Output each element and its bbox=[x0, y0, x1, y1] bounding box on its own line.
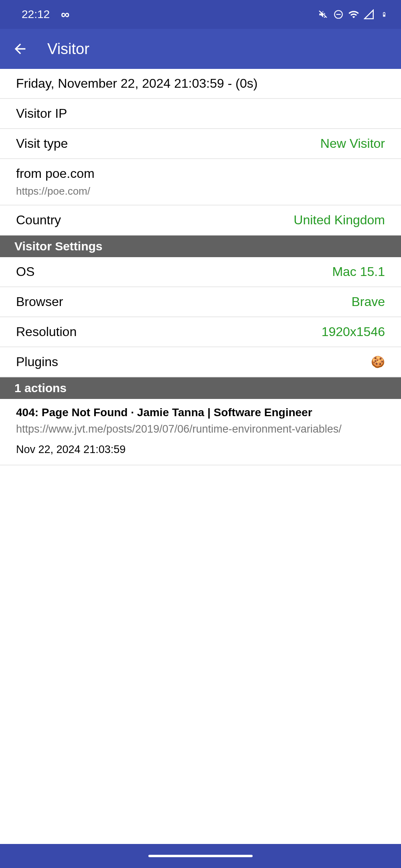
content: Friday, November 22, 2024 21:03:59 - (0s… bbox=[0, 69, 401, 844]
visitor-settings-header: Visitor Settings bbox=[0, 236, 401, 257]
cookie-icon: 🍪 bbox=[371, 355, 385, 369]
infinity-icon: ∞ bbox=[61, 8, 69, 21]
wifi-icon bbox=[348, 9, 359, 20]
visit-type-value: New Visitor bbox=[320, 136, 385, 151]
country-value: United Kingdom bbox=[294, 213, 385, 228]
browser-value: Brave bbox=[351, 294, 385, 309]
visitor-ip-row[interactable]: Visitor IP bbox=[0, 99, 401, 129]
os-value: Mac 15.1 bbox=[332, 264, 385, 279]
referrer-url: https://poe.com/ bbox=[16, 185, 95, 197]
nav-bar bbox=[0, 844, 401, 868]
signal-icon bbox=[363, 9, 375, 20]
country-label: Country bbox=[16, 213, 61, 228]
referrer-row[interactable]: from poe.com https://poe.com/ bbox=[0, 159, 401, 205]
action-title: 404: Page Not Found · Jamie Tanna | Soft… bbox=[16, 406, 385, 419]
plugins-label: Plugins bbox=[16, 354, 58, 369]
mute-icon bbox=[318, 9, 329, 20]
os-label: OS bbox=[16, 264, 34, 279]
os-row[interactable]: OS Mac 15.1 bbox=[0, 257, 401, 287]
action-time: Nov 22, 2024 21:03:59 bbox=[16, 443, 385, 456]
browser-label: Browser bbox=[16, 294, 63, 309]
visitor-ip-label: Visitor IP bbox=[16, 106, 67, 121]
status-right bbox=[318, 9, 390, 20]
plugins-row[interactable]: Plugins 🍪 bbox=[0, 347, 401, 377]
referrer-label: from poe.com bbox=[16, 166, 95, 181]
visit-timestamp-row[interactable]: Friday, November 22, 2024 21:03:59 - (0s… bbox=[0, 69, 401, 99]
svg-rect-2 bbox=[383, 15, 385, 16]
resolution-value: 1920x1546 bbox=[322, 324, 385, 339]
resolution-label: Resolution bbox=[16, 324, 77, 339]
country-row[interactable]: Country United Kingdom bbox=[0, 205, 401, 236]
dnd-icon bbox=[333, 9, 344, 20]
status-bar: 22:12 ∞ bbox=[0, 0, 401, 29]
visit-type-label: Visit type bbox=[16, 136, 68, 151]
nav-handle[interactable] bbox=[148, 855, 253, 857]
action-item[interactable]: 404: Page Not Found · Jamie Tanna | Soft… bbox=[0, 399, 401, 465]
battery-icon bbox=[379, 9, 390, 20]
app-bar: Visitor bbox=[0, 29, 401, 69]
action-url: https://www.jvt.me/posts/2019/07/06/runt… bbox=[16, 423, 385, 435]
status-time: 22:12 bbox=[22, 8, 50, 21]
page-title: Visitor bbox=[47, 40, 89, 58]
actions-header: 1 actions bbox=[0, 377, 401, 399]
visit-type-row[interactable]: Visit type New Visitor bbox=[0, 129, 401, 159]
resolution-row[interactable]: Resolution 1920x1546 bbox=[0, 317, 401, 347]
browser-row[interactable]: Browser Brave bbox=[0, 287, 401, 317]
visit-timestamp: Friday, November 22, 2024 21:03:59 - (0s… bbox=[16, 76, 257, 91]
arrow-left-icon bbox=[12, 41, 28, 57]
status-left: 22:12 ∞ bbox=[22, 8, 69, 21]
back-button[interactable] bbox=[11, 40, 29, 58]
